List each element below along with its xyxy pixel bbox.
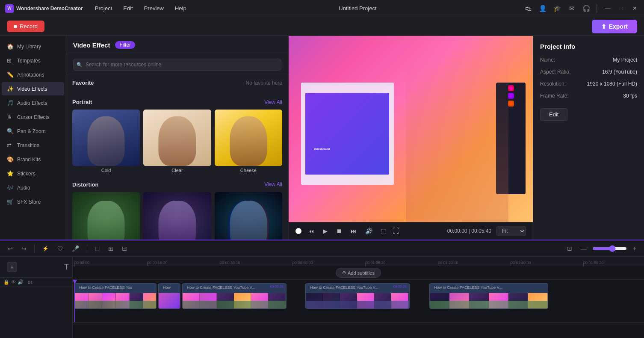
- filter-badge[interactable]: Filter: [115, 41, 135, 49]
- clip-3[interactable]: How to Create FACELESS YouTube V... 00:0…: [182, 283, 287, 309]
- paste-button[interactable]: ⊟: [119, 243, 130, 254]
- menu-project[interactable]: Project: [90, 3, 117, 13]
- graduation-icon[interactable]: 🎓: [553, 4, 561, 13]
- redo-button[interactable]: ↪: [19, 243, 29, 254]
- search-input[interactable]: [73, 59, 281, 71]
- sidebar-item-templates[interactable]: ⊞ Templates: [2, 54, 64, 67]
- track-audio-icon[interactable]: 🔊: [18, 279, 24, 285]
- record-dot: [14, 25, 17, 28]
- sidebar-item-label: Video Effects: [17, 86, 47, 92]
- crop-button[interactable]: ⬚: [379, 226, 387, 236]
- add-subtitles-label: Add subtitles: [348, 270, 375, 276]
- sidebar-item-brand-kits[interactable]: 🎨 Brand Kits: [2, 153, 64, 166]
- clip-5[interactable]: How to Create FACELESS YouTube V...: [429, 283, 548, 309]
- portrait-view-all[interactable]: View All: [264, 99, 282, 105]
- sidebar: 🏠 My Library ⊞ Templates ✏️ Annotations …: [0, 36, 66, 240]
- track-lock-icon[interactable]: 🔒: [3, 279, 9, 285]
- mic-button[interactable]: 🎤: [69, 243, 82, 254]
- zoom-fit-button[interactable]: ⊡: [564, 243, 575, 254]
- audio-wave-4: [306, 301, 409, 308]
- aspect-label: Aspect Ratio:: [540, 69, 570, 75]
- zoom-slider[interactable]: [593, 245, 627, 252]
- sidebar-item-audio[interactable]: 🎶 Audio: [2, 181, 64, 194]
- portrait-section: Portrait View All Cold Clear: [66, 95, 288, 177]
- undo-button[interactable]: ↩: [5, 243, 15, 254]
- effect-clear[interactable]: Clear: [143, 110, 211, 173]
- no-favorite-message: No favorite here: [246, 80, 282, 86]
- project-edit-button[interactable]: Edit: [540, 108, 567, 121]
- clip-4-label: How to Create FACELESS YouTube V...: [307, 285, 381, 291]
- cold-thumb: [72, 110, 140, 166]
- clip-5-label: How to Create FACELESS YouTube V...: [431, 285, 505, 291]
- effect-cheese[interactable]: Cheese: [215, 110, 282, 173]
- stop-button[interactable]: ⏹: [334, 226, 344, 236]
- thumb-seg: [159, 293, 180, 308]
- zoom-in-button[interactable]: +: [630, 243, 639, 254]
- add-track-button[interactable]: +: [7, 262, 17, 272]
- zoom-out-button[interactable]: —: [578, 243, 589, 254]
- ruler-mark-5: 00:01:23:10: [438, 261, 511, 265]
- resolution-value: 1920 x 1080 (Full HD): [587, 81, 637, 87]
- playhead-thumb[interactable]: [295, 228, 301, 234]
- sidebar-item-cursor-effects[interactable]: 🖱 Cursor Effects: [2, 110, 64, 124]
- export-button[interactable]: ⬆ Export: [592, 20, 637, 33]
- pc-light-2: [508, 93, 514, 99]
- close-button[interactable]: ✕: [631, 5, 639, 12]
- sidebar-item-transition[interactable]: ⇄ Transition: [2, 139, 64, 152]
- volume-button[interactable]: 🔊: [363, 226, 374, 236]
- fit-select[interactable]: Fit 100% 50% 25%: [496, 226, 526, 236]
- clip-2[interactable]: How: [158, 283, 180, 309]
- sidebar-item-video-effects[interactable]: ✨ Video Effects: [2, 82, 64, 95]
- audio-wave-3: [183, 301, 286, 308]
- mail-icon[interactable]: ✉: [567, 4, 576, 13]
- headset-icon[interactable]: 🎧: [582, 4, 591, 13]
- effect-rotate[interactable]: Rotate: [143, 192, 211, 240]
- clip-4[interactable]: How to Create FACELESS YouTube V... 00:0…: [305, 283, 410, 309]
- menu-edit[interactable]: Edit: [118, 3, 138, 13]
- crop-tl-button[interactable]: ⬚: [92, 244, 102, 253]
- sidebar-item-label: SFX Store: [17, 199, 41, 205]
- play-button[interactable]: ▶: [321, 226, 329, 236]
- favorite-section: Favorite No favorite here: [66, 75, 288, 95]
- timeline-left-panel: + T 🔒 👁 🔊 01: [0, 257, 73, 338]
- portrait-title: Portrait: [72, 99, 92, 105]
- sidebar-item-my-library[interactable]: 🏠 My Library: [2, 40, 64, 53]
- menu-help[interactable]: Help: [170, 3, 192, 13]
- timeline-playhead[interactable]: [74, 280, 75, 322]
- cart-icon[interactable]: 🛍: [524, 4, 532, 13]
- distortion-section: Distortion View All Whirl Rotate: [66, 177, 288, 240]
- effect-chromatic-aberration[interactable]: Chromatic Aberration: [215, 192, 282, 240]
- clip-1[interactable]: How to Create FACELESS You: [74, 283, 157, 309]
- shield-button[interactable]: 🛡: [55, 243, 66, 254]
- ruler-mark-4: 00:01:06:20: [365, 261, 438, 265]
- maximize-button[interactable]: □: [618, 5, 625, 12]
- effects-panel: Video Effect Filter Favorite No favorite…: [66, 36, 289, 240]
- clip-1-label: How to Create FACELESS You: [77, 285, 135, 291]
- sidebar-item-sfx-store[interactable]: 🛒 SFX Store: [2, 195, 64, 208]
- sidebar-item-stickers[interactable]: ⭐ Stickers: [2, 167, 64, 180]
- distortion-title: Distortion: [72, 181, 98, 188]
- track-visible-icon[interactable]: 👁: [11, 279, 16, 285]
- effect-cold[interactable]: Cold: [72, 110, 140, 173]
- sidebar-item-audio-effects[interactable]: 🎵 Audio Effects: [2, 96, 64, 110]
- project-info: Project Info Name: My Project Aspect Rat…: [533, 36, 644, 240]
- video-track-row: How to Create FACELESS You How: [73, 280, 644, 323]
- clear-thumb: [143, 110, 211, 166]
- record-button[interactable]: Record: [7, 21, 44, 32]
- copy-button[interactable]: ⊞: [106, 243, 116, 254]
- split-button[interactable]: ⚡: [40, 244, 51, 253]
- transition-icon: ⇄: [7, 142, 14, 148]
- distortion-view-all[interactable]: View All: [264, 181, 282, 187]
- sidebar-item-pan-zoom[interactable]: 🔍 Pan & Zoom: [2, 125, 64, 138]
- sidebar-item-annotations[interactable]: ✏️ Annotations: [2, 68, 64, 81]
- menu-preview[interactable]: Preview: [139, 3, 169, 13]
- step-back-button[interactable]: ⏮: [307, 226, 316, 236]
- pc-light-3: [508, 101, 514, 107]
- user-icon[interactable]: 👤: [538, 4, 547, 13]
- minimize-button[interactable]: —: [603, 5, 612, 12]
- add-subtitle-icon: ⊕: [342, 270, 346, 276]
- effect-whirl[interactable]: Whirl: [72, 192, 140, 240]
- step-forward-button[interactable]: ⏭: [349, 226, 358, 236]
- fullscreen-button[interactable]: ⛶: [393, 227, 399, 235]
- add-subtitles-button[interactable]: ⊕ Add subtitles: [336, 268, 381, 278]
